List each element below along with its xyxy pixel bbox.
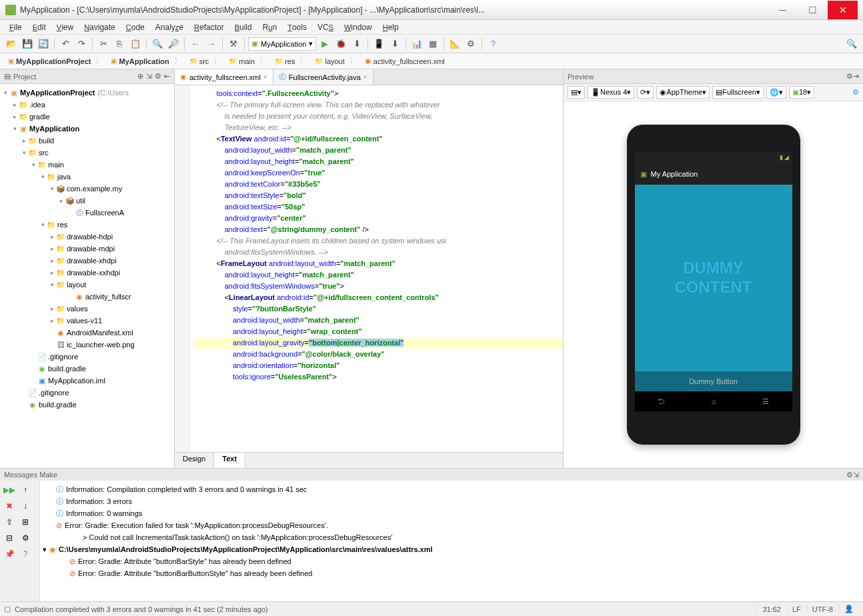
- down-icon[interactable]: ↓: [19, 499, 32, 513]
- code-editor[interactable]: tools:context=".FullscreenActivity"> <!-…: [175, 85, 563, 452]
- menu-file[interactable]: File: [4, 21, 27, 33]
- bc-main[interactable]: 📁main: [225, 55, 271, 67]
- export-icon[interactable]: ⇪: [3, 515, 16, 529]
- settings-icon[interactable]: ⚙: [464, 37, 478, 51]
- expand-icon[interactable]: ⊞: [19, 515, 32, 529]
- back-icon[interactable]: ←: [188, 37, 203, 51]
- tree-layout[interactable]: layout: [65, 281, 86, 289]
- bc-project[interactable]: ▣MyApplicationProject: [4, 55, 107, 67]
- zoom-icon[interactable]: ▤▾: [568, 86, 585, 99]
- tree-src[interactable]: src: [37, 149, 49, 157]
- tree-manifest[interactable]: AndroidManifest.xml: [65, 329, 133, 337]
- tab-activity-xml[interactable]: ◉activity_fullscreen.xml×: [175, 69, 273, 85]
- tree-drawable-mdpi[interactable]: drawable-mdpi: [65, 245, 115, 253]
- filter-icon[interactable]: ⚙: [19, 531, 32, 545]
- menu-edit[interactable]: Edit: [27, 21, 51, 33]
- tree-iml[interactable]: MyApplication.iml: [47, 377, 105, 385]
- tree-idea[interactable]: .idea: [28, 101, 45, 109]
- structure-icon[interactable]: 📐: [448, 37, 462, 51]
- replace-icon[interactable]: 🔎: [166, 37, 181, 51]
- menu-refactor[interactable]: Refactor: [189, 21, 229, 33]
- gear-icon[interactable]: ⚙: [155, 72, 161, 81]
- device-selector[interactable]: 📱Nexus 4▾: [588, 86, 634, 99]
- tree-app[interactable]: MyApplication: [28, 125, 79, 133]
- status-position[interactable]: 31:62: [756, 605, 786, 613]
- tree-build[interactable]: build: [37, 137, 54, 145]
- menu-window[interactable]: Window: [339, 21, 377, 33]
- search-everywhere-icon[interactable]: 🔍: [844, 37, 859, 51]
- cut-icon[interactable]: ✂: [96, 37, 111, 51]
- status-toggle-icon[interactable]: ▢: [4, 605, 11, 613]
- help-icon[interactable]: ?: [19, 547, 32, 561]
- tree-gitignore2[interactable]: .gitignore: [37, 389, 69, 397]
- attach-icon[interactable]: ⬇: [349, 37, 364, 51]
- target-icon[interactable]: ⊕: [137, 72, 143, 81]
- tree-fullscreen-activity[interactable]: FullscreenA: [84, 209, 124, 217]
- sync-icon[interactable]: 🔄: [36, 37, 51, 51]
- tree-main[interactable]: main: [47, 161, 64, 169]
- tab-fullscreen-java[interactable]: ⒸFullscreenActivity.java×: [273, 69, 373, 85]
- copy-icon[interactable]: ⎘: [112, 37, 127, 51]
- close-icon[interactable]: ×: [363, 73, 367, 81]
- tree-launcher[interactable]: ic_launcher-web.png: [65, 341, 135, 349]
- bc-file[interactable]: ◉activity_fullscreen.xml: [361, 55, 454, 67]
- project-tree[interactable]: ▾▣MyApplicationProject(C:\Users ▸📁.idea …: [0, 84, 174, 468]
- msg-err3[interactable]: Error: Gradle: Attribute "buttonBarButto…: [78, 569, 312, 577]
- pin-icon[interactable]: 📌: [3, 547, 16, 561]
- tree-root[interactable]: MyApplicationProject: [19, 89, 95, 97]
- menu-vcs[interactable]: VCS: [312, 21, 339, 33]
- tree-values[interactable]: values: [65, 305, 88, 313]
- gear-icon[interactable]: ⚙: [846, 72, 853, 81]
- menu-view[interactable]: View: [51, 21, 79, 33]
- stop-icon[interactable]: ✖: [3, 499, 16, 513]
- tree-drawable-xxhdpi[interactable]: drawable-xxhdpi: [65, 269, 120, 277]
- variant-selector[interactable]: ▤Fullscreen▾: [712, 86, 764, 99]
- forward-icon[interactable]: →: [204, 37, 219, 51]
- gear-icon[interactable]: ⚙: [846, 471, 853, 479]
- menu-code[interactable]: Code: [121, 21, 150, 33]
- bc-src[interactable]: 📁src: [185, 55, 225, 67]
- msg-err2[interactable]: Error: Gradle: Attribute "buttonBarStyle…: [78, 557, 291, 565]
- tree-pkg[interactable]: com.example.my: [65, 185, 122, 193]
- tree-buildgradle2[interactable]: build.gradle: [37, 401, 77, 409]
- project-tab-label[interactable]: Project: [13, 73, 36, 81]
- design-tab[interactable]: Design: [175, 453, 214, 468]
- minimize-button[interactable]: ─: [768, 1, 798, 19]
- tree-layout-file[interactable]: activity_fullscr: [84, 293, 131, 301]
- up-icon[interactable]: ↑: [19, 483, 32, 497]
- run-config-selector[interactable]: ▣ MyApplication ▾: [248, 37, 316, 51]
- menu-tools[interactable]: Tools: [282, 21, 312, 33]
- locale-icon[interactable]: 🌐▾: [766, 86, 786, 99]
- text-tab[interactable]: Text: [214, 453, 245, 468]
- tree-drawable-hdpi[interactable]: drawable-hdpi: [65, 233, 113, 241]
- tree-java[interactable]: java: [56, 173, 71, 181]
- hide-icon[interactable]: ⇤: [164, 72, 170, 81]
- collapse-icon[interactable]: ⊟: [3, 531, 16, 545]
- paste-icon[interactable]: 📋: [128, 37, 143, 51]
- bc-res[interactable]: 📁res: [271, 55, 311, 67]
- redo-icon[interactable]: ↷: [74, 37, 89, 51]
- open-icon[interactable]: 📂: [4, 37, 19, 51]
- messages-content[interactable]: ⓘInformation: Compilation completed with…: [40, 481, 863, 601]
- help-icon[interactable]: ?: [486, 37, 500, 51]
- menu-analyze[interactable]: Analyze: [150, 21, 189, 33]
- bc-layout[interactable]: 📁layout: [311, 55, 360, 67]
- sdk-icon[interactable]: ⬇: [387, 37, 402, 51]
- hide-icon[interactable]: ⇥: [853, 72, 859, 81]
- refresh-icon[interactable]: ⚙: [852, 88, 859, 97]
- status-encoding[interactable]: UTF-8: [806, 605, 838, 613]
- ddms-icon[interactable]: ▦: [425, 37, 440, 51]
- msg-err-file[interactable]: C:\Users\myumla\AndroidStudioProjects\My…: [59, 545, 433, 553]
- menu-help[interactable]: Help: [377, 21, 404, 33]
- save-icon[interactable]: 💾: [20, 37, 35, 51]
- api-selector[interactable]: ▣18▾: [789, 86, 814, 99]
- make-icon[interactable]: ⚒: [226, 37, 241, 51]
- rerun-icon[interactable]: ▶▶: [3, 483, 16, 497]
- tree-util[interactable]: util: [75, 197, 85, 205]
- theme-selector[interactable]: ◉AppTheme▾: [656, 86, 710, 99]
- avd-icon[interactable]: 📱: [371, 37, 386, 51]
- menu-build[interactable]: Build: [229, 21, 257, 33]
- tree-values11[interactable]: values-v11: [65, 317, 102, 325]
- close-button[interactable]: ✕: [828, 1, 858, 19]
- menu-navigate[interactable]: Navigate: [79, 21, 121, 33]
